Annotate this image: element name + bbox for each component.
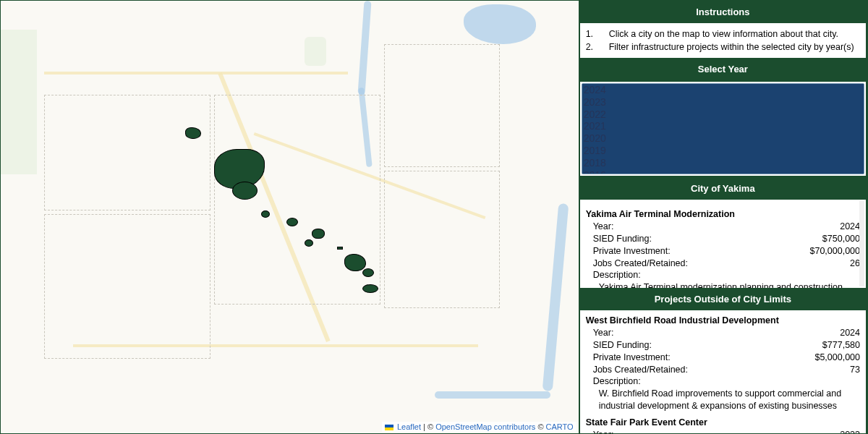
year-option[interactable]: 2019 <box>582 145 864 157</box>
outside-projects-header: Projects Outside of City Limits <box>579 288 867 310</box>
year-option[interactable]: 2016 <box>582 169 864 174</box>
outside-projects-body[interactable]: West Birchfield Road Industrial Developm… <box>579 310 867 433</box>
scrollbar[interactable] <box>859 201 864 286</box>
year-option[interactable]: 2018 <box>582 157 864 169</box>
city-polygon[interactable] <box>362 284 378 293</box>
city-polygon[interactable] <box>305 239 313 247</box>
field-label: Description: <box>586 375 860 388</box>
map-pane[interactable]: Leaflet | © OpenStreetMap contributors ©… <box>1 1 579 433</box>
field-label: Year: <box>593 429 614 433</box>
side-pane: Instructions 1. Click a city on the map … <box>579 1 867 433</box>
year-listbox[interactable]: 2024 2023 2022 2021 2020 2019 2018 2016 <box>582 83 864 174</box>
road-line <box>44 72 348 75</box>
field-value: 73 <box>850 364 860 376</box>
boundary-box <box>384 171 500 308</box>
boundary-box <box>44 95 210 210</box>
carto-link[interactable]: CARTO <box>546 422 574 431</box>
city-projects-header: City of Yakima <box>579 177 867 200</box>
leaflet-link[interactable]: Leaflet <box>397 422 421 431</box>
field-label: Year: <box>593 221 614 233</box>
map-attribution: Leaflet | © OpenStreetMap contributors ©… <box>382 422 576 432</box>
year-option[interactable]: 2020 <box>582 132 864 145</box>
field-value: $750,000 <box>822 233 860 245</box>
field-label: SIED Funding: <box>593 339 652 352</box>
city-polygon[interactable] <box>344 254 366 271</box>
city-polygon[interactable] <box>232 182 258 200</box>
year-option[interactable]: 2024 <box>582 84 864 96</box>
field-value: 2024 <box>840 327 860 339</box>
field-label: Jobs Created/Retained: <box>593 258 688 270</box>
ukraine-flag-icon <box>385 425 393 430</box>
field-label: Description: <box>586 269 860 281</box>
city-polygon[interactable] <box>312 229 325 239</box>
instruction-text: Filter infrastructure projects within th… <box>609 42 854 52</box>
city-projects-body[interactable]: Yakima Air Terminal Modernization Year:2… <box>579 200 867 288</box>
boundary-box <box>384 44 500 167</box>
field-label: Jobs Created/Retained: <box>593 364 688 376</box>
city-polygon[interactable] <box>286 218 298 226</box>
river-shape <box>357 1 371 95</box>
attribution-sep2: © <box>535 422 545 431</box>
boundary-box <box>44 214 210 359</box>
field-value: $777,580 <box>822 339 860 352</box>
field-value: $70,000,000 <box>809 245 860 258</box>
field-value: 2024 <box>840 221 860 233</box>
osm-link[interactable]: OpenStreetMap contributors <box>435 422 535 431</box>
field-value: $5,000,000 <box>814 352 860 364</box>
project-title: West Birchfield Road Industrial Developm… <box>586 315 860 327</box>
project-description: W. Birchfield Road improvements to suppo… <box>586 388 860 412</box>
river-shape <box>435 391 550 399</box>
city-polygon[interactable] <box>185 127 201 139</box>
city-polygon[interactable] <box>337 247 343 250</box>
field-value: 2023 <box>840 429 860 433</box>
instruction-row: 1. Click a city on the map to view infor… <box>586 27 860 41</box>
river-shape <box>542 203 569 391</box>
select-year-header: Select Year <box>579 58 867 80</box>
year-option[interactable]: 2023 <box>582 96 864 109</box>
year-option[interactable]: 2022 <box>582 109 864 121</box>
lake-shape <box>464 4 536 44</box>
city-polygon[interactable] <box>362 268 374 277</box>
year-select-container: 2024 2023 2022 2021 2020 2019 2018 2016 <box>579 80 867 177</box>
map-background <box>1 1 579 433</box>
project-title: State Fair Park Event Center <box>586 417 860 429</box>
instruction-number: 1. <box>586 29 596 39</box>
project-description: Yakima Air Terminal modernization planni… <box>586 281 860 288</box>
field-label: SIED Funding: <box>593 233 652 245</box>
instruction-row: 2. Filter infrastructure projects within… <box>586 41 860 54</box>
attribution-sep: | © <box>421 422 435 431</box>
instruction-number: 2. <box>586 42 596 52</box>
instructions-body: 1. Click a city on the map to view infor… <box>579 23 867 58</box>
project-title: Yakima Air Terminal Modernization <box>586 208 860 221</box>
instructions-header: Instructions <box>579 1 867 23</box>
field-label: Year: <box>593 327 614 339</box>
field-label: Private Investment: <box>593 352 671 364</box>
instruction-text: Click a city on the map to view informat… <box>609 29 838 39</box>
city-polygon[interactable] <box>261 210 270 218</box>
field-value: 26 <box>850 258 860 270</box>
year-option[interactable]: 2021 <box>582 120 864 132</box>
terrain-patch <box>305 37 326 66</box>
field-label: Private Investment: <box>593 245 671 258</box>
boundary-box <box>214 95 380 305</box>
terrain-patch <box>1 30 37 174</box>
